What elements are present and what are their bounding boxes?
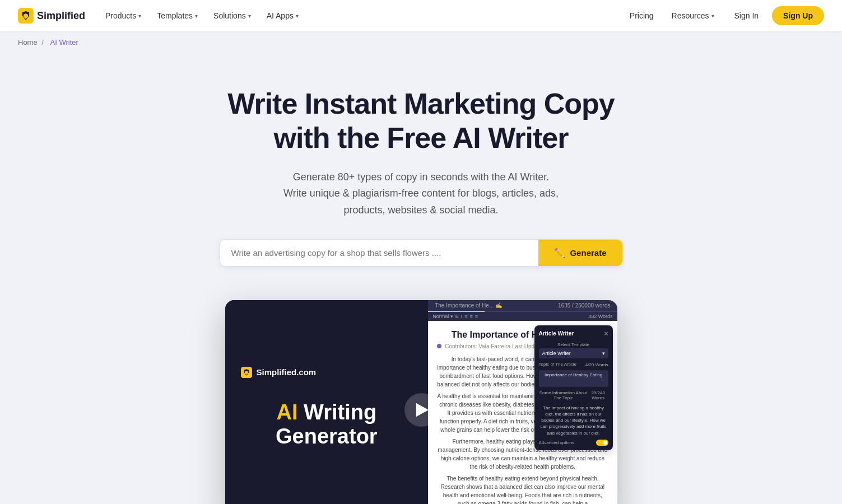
panel-topic-textarea: Importance of Healthy Eating [539, 370, 608, 387]
breadcrumb-current: AI Writer [50, 38, 78, 46]
panel-topic-count: 4/20 Words [585, 362, 608, 367]
hero-subtitle: Generate 80+ types of copy in seconds wi… [259, 169, 584, 219]
logo-text: Simplified [37, 10, 85, 22]
nav-right: Pricing Resources ▾ Sign In Sign Up [623, 6, 824, 25]
chevron-down-icon: ▾ [195, 13, 198, 19]
nav-item-templates[interactable]: Templates ▾ [150, 7, 204, 25]
nav-links: Products ▾ Templates ▾ Solutions ▾ AI Ap… [99, 7, 623, 25]
nav-pricing[interactable]: Pricing [623, 7, 660, 25]
panel-title: Article Writer [539, 330, 574, 337]
video-inner: Simplified.com AI WritingGenerator The I… [225, 300, 617, 504]
nav-item-solutions[interactable]: Solutions ▾ [207, 7, 258, 25]
panel-info-row: Some Information About The Topic 29/240 … [539, 390, 608, 402]
video-brand-name: Simplified.com [257, 367, 317, 377]
hero-section: Write Instant Marketing Copy with the Fr… [0, 53, 842, 504]
nav-resources[interactable]: Resources ▾ [665, 7, 721, 25]
advanced-toggle[interactable] [596, 440, 608, 446]
progress-fill [428, 311, 485, 312]
search-bar: ✏️ Generate [220, 239, 623, 267]
logo[interactable]: Simplified [18, 8, 85, 24]
chevron-down-icon: ▾ [711, 13, 714, 19]
meta-dot [437, 344, 441, 348]
nav-item-ai-apps[interactable]: AI Apps ▾ [260, 7, 305, 25]
video-right-panel: The Importance of He... ✍ 1635 / 250000 … [428, 300, 617, 504]
generate-button[interactable]: ✏️ Generate [538, 240, 622, 266]
breadcrumb-home[interactable]: Home [18, 38, 38, 46]
video-main-title: AI WritingGenerator [241, 400, 413, 449]
toolbar-row: Normal ▾ B I ≡ ≡ ≡ 482 Words [428, 312, 617, 321]
doc-filename: The Importance of He... ✍ [435, 302, 502, 309]
panel-close-icon[interactable]: × [604, 330, 608, 338]
video-top-bar: The Importance of He... ✍ 1635 / 250000 … [428, 300, 617, 311]
video-logo-icon [241, 367, 252, 378]
logo-icon [18, 8, 34, 24]
panel-info-count: 29/240 Words [588, 390, 608, 402]
video-container: Simplified.com AI WritingGenerator The I… [225, 300, 617, 504]
video-brand: Simplified.com [241, 367, 413, 378]
nav-item-products[interactable]: Products ▾ [99, 7, 148, 25]
panel-topic-label: Topic of The Article [539, 362, 576, 367]
panel-advanced-row: Advanced options [539, 440, 608, 446]
video-section: Simplified.com AI WritingGenerator The I… [11, 300, 831, 504]
signup-button[interactable]: Sign Up [772, 6, 824, 25]
breadcrumb: Home / AI Writer [0, 31, 842, 53]
panel-content-text: The impact of having a healthy diet, the… [539, 405, 608, 436]
progress-bar [428, 311, 617, 312]
doc-body: The Importance of Healthy Eating Contrib… [428, 321, 617, 504]
doc-text-4: The benefits of healthy eating extend be… [437, 474, 608, 504]
breadcrumb-separator: / [41, 38, 44, 46]
chevron-down-icon: ▾ [248, 13, 251, 19]
word-progress: 1635 / 250000 words [558, 302, 610, 309]
video-left-panel: Simplified.com AI WritingGenerator [225, 300, 429, 504]
panel-topic-row: Topic of The Article 4/20 Words [539, 362, 608, 368]
article-writer-panel: Article Writer × Select Template Article… [534, 325, 613, 450]
panel-template-select[interactable]: Article Writer ▾ [539, 348, 608, 358]
chevron-down-icon: ▾ [138, 13, 141, 19]
search-input[interactable] [220, 240, 539, 265]
navbar: Simplified Products ▾ Templates ▾ Soluti… [0, 0, 842, 31]
panel-template-label: Select Template [539, 342, 608, 347]
generate-icon: ✏️ [554, 248, 565, 258]
chevron-down-icon: ▾ [296, 13, 299, 19]
panel-info-label: Some Information About The Topic [539, 390, 588, 400]
chevron-down-icon: ▾ [602, 351, 605, 356]
panel-header: Article Writer × [539, 330, 608, 338]
signin-button[interactable]: Sign In [725, 7, 768, 25]
hero-title: Write Instant Marketing Copy with the Fr… [208, 87, 634, 156]
